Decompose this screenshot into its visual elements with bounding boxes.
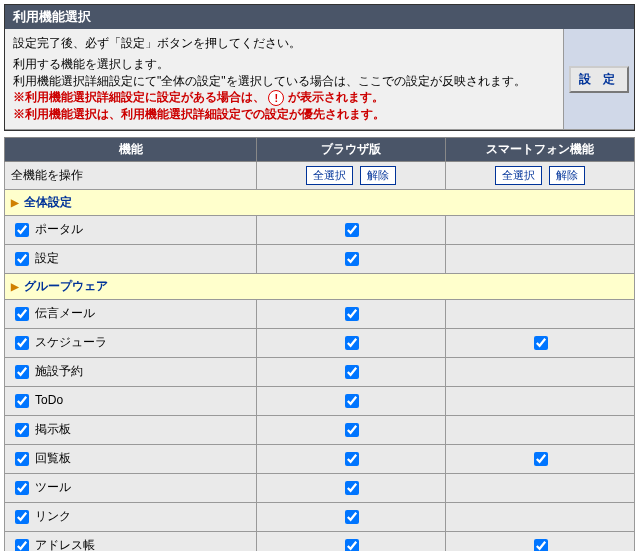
row-label-text: ポータル [32,222,83,236]
info-box: 設定完了後、必ず「設定」ボタンを押してください。 利用する機能を選択します。 利… [5,29,634,130]
browser-cell [257,532,446,551]
smart-cell [446,358,635,387]
row-label-text: ToDo [32,393,63,407]
browser-checkbox[interactable] [345,252,359,266]
smart-checkbox[interactable] [534,539,548,551]
smart-cell [446,532,635,551]
row-enable-checkbox[interactable] [15,481,29,495]
row-label-text: 設定 [32,251,59,265]
row-enable-checkbox[interactable] [15,394,29,408]
smart-cell [446,474,635,503]
section-arrow-icon: ▶ [11,281,19,292]
all-ops-label: 全機能を操作 [5,162,257,190]
row-enable-checkbox[interactable] [15,539,29,551]
browser-checkbox[interactable] [345,481,359,495]
row-label-text: 回覧板 [32,451,71,465]
browser-cell [257,503,446,532]
browser-checkbox[interactable] [345,452,359,466]
warning-icon: ! [268,90,284,106]
browser-cell [257,387,446,416]
browser-clear-button[interactable]: 解除 [360,166,396,185]
section-title: グループウェア [21,279,108,293]
section-title: 全体設定 [21,195,72,209]
table-row-label: ポータル [5,216,257,245]
browser-checkbox[interactable] [345,223,359,237]
section-arrow-icon: ▶ [11,197,19,208]
header-func: 機能 [5,138,257,162]
info-warn2: ※利用機能選択は、利用機能選択詳細設定での設定が優先されます。 [13,106,555,123]
browser-checkbox[interactable] [345,539,359,551]
smart-cell [446,216,635,245]
smart-cell [446,387,635,416]
browser-cell [257,300,446,329]
table-row-label: ToDo [5,387,257,416]
info-line3: 利用機能選択詳細設定にて"全体の設定"を選択している場合は、ここでの設定が反映さ… [13,73,555,90]
row-label-text: 掲示板 [32,422,71,436]
section-header: ▶ 全体設定 [5,190,635,216]
table-row-label: 施設予約 [5,358,257,387]
browser-checkbox[interactable] [345,423,359,437]
browser-cell [257,329,446,358]
row-enable-checkbox[interactable] [15,336,29,350]
smart-cell [446,503,635,532]
row-label-text: リンク [32,509,71,523]
section-header: ▶ グループウェア [5,274,635,300]
table-row-label: 掲示板 [5,416,257,445]
smart-checkbox[interactable] [534,452,548,466]
browser-checkbox[interactable] [345,365,359,379]
smart-cell [446,329,635,358]
browser-cell [257,445,446,474]
browser-select-all-button[interactable]: 全選択 [306,166,353,185]
table-row-label: 設定 [5,245,257,274]
browser-checkbox[interactable] [345,510,359,524]
row-enable-checkbox[interactable] [15,365,29,379]
row-label-text: 施設予約 [32,364,83,378]
row-enable-checkbox[interactable] [15,307,29,321]
table-row-label: ツール [5,474,257,503]
smart-cell [446,245,635,274]
smart-select-all-button[interactable]: 全選択 [495,166,542,185]
smart-cell [446,300,635,329]
row-label-text: スケジューラ [32,335,107,349]
row-label-text: 伝言メール [32,306,95,320]
browser-checkbox[interactable] [345,394,359,408]
row-label-text: アドレス帳 [32,538,95,551]
header-smart: スマートフォン機能 [446,138,635,162]
browser-cell [257,416,446,445]
row-enable-checkbox[interactable] [15,423,29,437]
browser-cell [257,358,446,387]
info-line2: 利用する機能を選択します。 [13,56,555,73]
browser-cell [257,216,446,245]
row-enable-checkbox[interactable] [15,510,29,524]
smart-cell [446,416,635,445]
smart-checkbox[interactable] [534,336,548,350]
row-enable-checkbox[interactable] [15,452,29,466]
row-enable-checkbox[interactable] [15,223,29,237]
smart-cell [446,445,635,474]
function-table: 機能 ブラウザ版 スマートフォン機能 全機能を操作 全選択 解除 全選択 解除 … [4,137,635,551]
table-row-label: 回覧板 [5,445,257,474]
table-row-label: 伝言メール [5,300,257,329]
page-title: 利用機能選択 [5,5,634,29]
browser-checkbox[interactable] [345,307,359,321]
browser-checkbox[interactable] [345,336,359,350]
table-row-label: リンク [5,503,257,532]
row-enable-checkbox[interactable] [15,252,29,266]
table-row-label: スケジューラ [5,329,257,358]
info-text: 設定完了後、必ず「設定」ボタンを押してください。 利用する機能を選択します。 利… [5,29,563,129]
settei-button[interactable]: 設 定 [569,66,628,93]
info-line1: 設定完了後、必ず「設定」ボタンを押してください。 [13,35,555,52]
header-browser: ブラウザ版 [257,138,446,162]
browser-cell [257,474,446,503]
info-warn1: ※利用機能選択詳細設定に設定がある場合は、 ! が表示されます。 [13,89,555,106]
smart-clear-button[interactable]: 解除 [549,166,585,185]
browser-cell [257,245,446,274]
table-row-label: アドレス帳 [5,532,257,551]
row-label-text: ツール [32,480,71,494]
settei-cell: 設 定 [563,29,634,129]
